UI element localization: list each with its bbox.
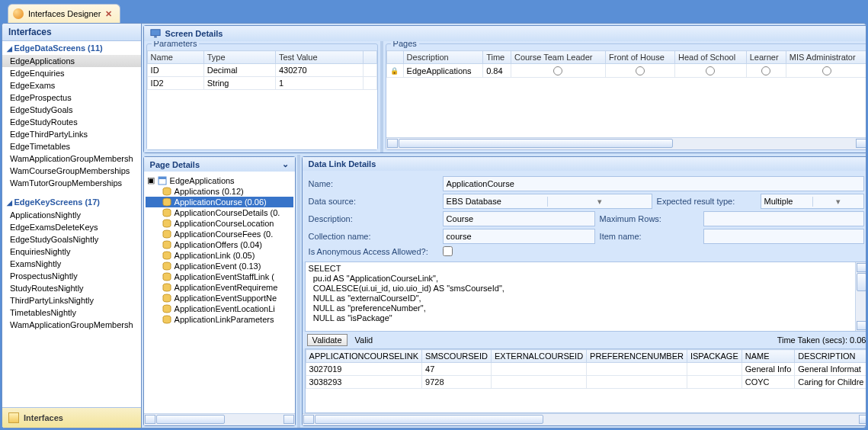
tree-item[interactable]: EdgeExams [2, 79, 141, 91]
sql-text: SELECT pu.id AS "ApplicationCourseLink",… [309, 264, 504, 322]
page-node[interactable]: ApplicationCourseFees (0. [146, 229, 293, 239]
parameters-legend: Parameters [152, 41, 200, 48]
result-grid[interactable]: APPLICATIONCOURSELINKSMSCOURSEIDEXTERNAL… [305, 348, 866, 413]
itemname-input[interactable] [703, 229, 865, 244]
tree-item[interactable]: ProspectusNightly [2, 270, 141, 282]
page-icon [158, 176, 167, 185]
maxrows-input[interactable] [703, 211, 865, 226]
page-node[interactable]: ApplicationEventStaffLink ( [146, 271, 293, 282]
tree-item[interactable]: EdgeThirdPartyLinks [2, 128, 141, 140]
description-input[interactable] [443, 211, 595, 226]
tab-title: Interfaces Designer [28, 9, 101, 18]
database-icon [162, 251, 171, 260]
anon-label: Is Anonymous Access Allowed?: [309, 247, 438, 256]
datasource-combo[interactable]: EBS Database▾ [443, 194, 652, 209]
tree-item[interactable]: StudyRoutesNightly [2, 282, 141, 294]
minus-icon[interactable]: ▣ [147, 175, 155, 185]
pages-grid[interactable]: DescriptionTimeCourse Team LeaderFront o… [386, 50, 866, 137]
datalink-title: Data Link Details [309, 159, 376, 168]
page-node[interactable]: ApplicationEvent (0.13) [146, 261, 293, 271]
interfaces-footer-button[interactable]: Interfaces [2, 407, 141, 428]
tree-item[interactable]: TimetablesNightly [2, 306, 141, 319]
validate-button[interactable]: Validate [307, 334, 348, 346]
page-details-tree[interactable]: ▣EdgeApplicationsApplications (0.12)Appl… [144, 172, 295, 413]
tree-item[interactable]: EdgeStudyRoutes [2, 116, 141, 128]
page-node[interactable]: ApplicationLinkParameters [146, 314, 293, 325]
description-label: Description: [309, 214, 438, 223]
expected-label: Expected result type: [657, 197, 756, 206]
pages-legend: Pages [391, 41, 419, 48]
tree-item[interactable]: EdgeStudyGoals [2, 104, 141, 116]
tree-item[interactable]: EdgeTimetables [2, 140, 141, 152]
page-node[interactable]: ApplicationEventLocationLi [146, 303, 293, 314]
close-icon[interactable]: ✕ [105, 9, 112, 19]
tree-item[interactable]: EdgeExamsDeleteKeys [2, 221, 141, 233]
page-node[interactable]: ApplicationOffers (0.04) [146, 239, 293, 250]
dropdown-icon: ▾ [812, 197, 864, 207]
tree-item[interactable]: WamTutorGroupMemberships [2, 177, 141, 189]
tree-item[interactable]: WamCourseGroupMemberships [2, 165, 141, 177]
page-root[interactable]: ▣EdgeApplications [146, 175, 293, 186]
monitor-icon [150, 28, 161, 39]
maxrows-label: Maximum Rows: [600, 214, 699, 223]
collection-label: Collection name: [309, 232, 438, 241]
database-icon [162, 272, 171, 281]
page-node[interactable]: ApplicationEventSupportNe [146, 293, 293, 303]
svg-rect-3 [159, 177, 166, 179]
valid-status: Valid [355, 335, 373, 345]
name-input[interactable] [443, 176, 865, 191]
tree-item[interactable]: WamApplicationGroupMembersh [2, 319, 141, 331]
expected-combo[interactable]: Multiple▾ [761, 194, 865, 209]
page-node[interactable]: ApplicationLink (0.05) [146, 250, 293, 261]
sql-vscroll[interactable] [855, 262, 866, 331]
app-icon [13, 8, 24, 19]
tree-item[interactable]: EdgeApplications [2, 55, 141, 67]
tree-section[interactable]: EdgeKeyScreens (17) [2, 195, 141, 209]
sql-textarea[interactable]: SELECT pu.id AS "ApplicationCourseLink",… [305, 262, 866, 332]
page-node[interactable]: ApplicationCourse (0.06) [146, 197, 293, 207]
database-icon [162, 283, 171, 292]
screen-details-title: Screen Details [165, 29, 223, 38]
tree-item[interactable]: WamApplicationGroupMembersh [2, 152, 141, 165]
dropdown-icon: ▾ [547, 197, 652, 207]
interfaces-header: Interfaces [2, 24, 141, 41]
interfaces-footer-label: Interfaces [24, 413, 63, 422]
database-icon [162, 208, 171, 217]
database-icon [162, 229, 171, 239]
parameters-grid[interactable]: NameTypeTest ValueIDDecimal430270ID2Stri… [147, 50, 377, 149]
pages-hscroll[interactable] [386, 137, 866, 149]
page-node[interactable]: Applications (0.12) [146, 186, 293, 197]
page-details-hscroll[interactable] [144, 413, 295, 425]
database-icon [162, 197, 171, 207]
time-taken: Time Taken (secs): 0.06 [777, 335, 866, 345]
tree-item[interactable]: EdgeEnquiries [2, 67, 141, 79]
expected-value: Multiple [761, 197, 812, 206]
datasource-label: Data source: [309, 197, 438, 206]
itemname-label: Item name: [600, 232, 699, 241]
collection-input[interactable] [443, 229, 595, 244]
chevron-down-icon[interactable]: ⌄ [282, 159, 289, 169]
page-node[interactable]: ApplicationCourseDetails (0. [146, 207, 293, 218]
tree-item[interactable]: ExamsNightly [2, 258, 141, 270]
database-icon [162, 294, 171, 303]
name-label: Name: [309, 179, 438, 188]
database-icon [162, 240, 171, 249]
interfaces-tree[interactable]: EdgeDataScreens (11)EdgeApplicationsEdge… [2, 41, 141, 407]
svg-rect-1 [154, 37, 157, 38]
tree-section[interactable]: EdgeDataScreens (11) [2, 41, 141, 55]
splitter-page-datalink[interactable] [297, 155, 300, 428]
tree-item[interactable]: EdgeStudyGoalsNightly [2, 233, 141, 245]
result-hscroll[interactable] [303, 413, 866, 425]
tree-item[interactable]: ApplicationsNightly [2, 209, 141, 221]
page-node[interactable]: ApplicationEventRequireme [146, 282, 293, 293]
page-node[interactable]: ApplicationCourseLocation [146, 218, 293, 229]
svg-rect-0 [150, 30, 159, 36]
tree-item[interactable]: EdgeProspectus [2, 91, 141, 104]
tree-item[interactable]: ThirdPartyLinksNightly [2, 294, 141, 306]
splitter-params-pages[interactable] [380, 41, 383, 152]
anon-checkbox[interactable] [443, 246, 453, 256]
page-details-title: Page Details [150, 160, 200, 169]
datasource-value: EBS Database [444, 197, 547, 206]
tree-item[interactable]: EnquiriesNightly [2, 245, 141, 258]
designer-tab[interactable]: Interfaces Designer ✕ [8, 4, 120, 23]
